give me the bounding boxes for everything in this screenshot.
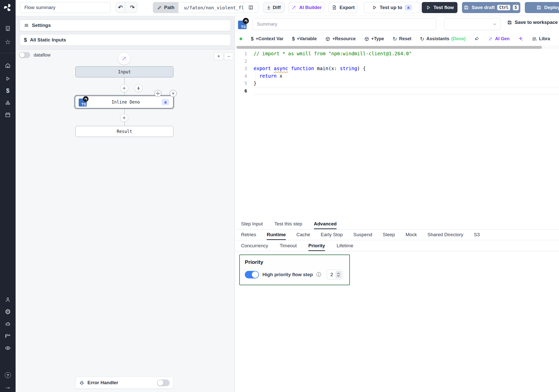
step-editor-panel: TS Save to workspace $+Context Var $+Var… — [235, 16, 559, 392]
tab-test-this-step[interactable]: Test this step — [274, 219, 302, 229]
flow-summary-input[interactable]: Flow summary — [20, 2, 111, 13]
redo-icon[interactable]: ↷ — [128, 2, 137, 13]
zoom-in-button[interactable]: + — [214, 53, 223, 60]
tab-early-stop[interactable]: Early Stop — [321, 229, 343, 240]
ai-flow-wand-button[interactable] — [118, 53, 130, 65]
tab-advanced[interactable]: Advanced — [314, 219, 337, 229]
dollar-icon: $ — [24, 37, 27, 43]
user-icon[interactable] — [0, 296, 16, 304]
add-context-var-button[interactable]: $+Context Var — [251, 36, 284, 42]
deploy-button[interactable]: Deploy — [525, 2, 559, 13]
home-icon[interactable] — [0, 61, 16, 70]
code-line[interactable]: 2 — [235, 58, 559, 65]
audit-eye-icon[interactable] — [0, 344, 16, 352]
move-step-handle[interactable] — [154, 90, 161, 97]
tab-cache[interactable]: Cache — [296, 229, 310, 240]
format-brush-button[interactable] — [474, 36, 479, 41]
assistants-button[interactable]: ↻Assistants(Deno) — [420, 36, 466, 41]
schedules-calendar-icon[interactable] — [0, 111, 16, 119]
tab-concurrency[interactable]: Concurrency — [241, 240, 268, 251]
folders-icon[interactable] — [0, 332, 16, 340]
info-icon[interactable]: ⓘ — [316, 271, 321, 278]
horizontal-scrollbar[interactable] — [237, 46, 542, 49]
play-icon — [372, 5, 377, 10]
test-flow-button[interactable]: Test flow — [422, 2, 457, 13]
delete-step-button[interactable]: × — [170, 90, 177, 97]
sparkles-icon-button[interactable] — [518, 36, 523, 41]
assistants-lang-label: (Deno) — [451, 36, 465, 41]
error-handler-toggle[interactable] — [157, 379, 170, 386]
priority-value: 2 — [327, 272, 336, 277]
runs-play-icon[interactable] — [0, 74, 16, 83]
save-draft-button[interactable]: Save draft Ctrl S — [462, 2, 520, 13]
settings-gear-icon[interactable]: ⚙ — [0, 308, 16, 316]
tab-suspend[interactable]: Suspend — [353, 229, 372, 240]
tab-step-input[interactable]: Step Input — [241, 219, 263, 229]
code-line[interactable]: 5} — [235, 80, 559, 87]
windmill-logo[interactable] — [3, 3, 13, 13]
high-priority-label: High priority flow step — [262, 272, 313, 277]
add-resource-button[interactable]: +Resource — [325, 36, 356, 41]
save-icon — [507, 20, 512, 25]
tab-s3[interactable]: S3 — [474, 229, 480, 240]
result-node[interactable]: Result — [75, 126, 173, 137]
number-stepper[interactable] — [336, 271, 342, 278]
flow-settings-button[interactable]: Settings — [20, 20, 231, 31]
workspace-icon[interactable] — [0, 24, 16, 33]
save-to-workspace-button[interactable]: Save to workspace — [507, 20, 558, 25]
top-toolbar: Flow summary ↶↷ Path u/faton/non_violent… — [16, 0, 559, 16]
code-line[interactable]: 4 return x — [235, 72, 559, 80]
export-button[interactable]: Export — [329, 2, 357, 13]
ai-builder-button[interactable]: AI Builder — [289, 2, 324, 13]
save-icon — [536, 5, 542, 10]
docs-book-icon-button[interactable] — [243, 2, 258, 13]
test-up-to-button[interactable]: Test up to a — [364, 2, 420, 13]
tab-runtime[interactable]: Runtime — [267, 229, 286, 240]
tab-shared-directory[interactable]: Shared Directory — [428, 229, 463, 240]
add-variable-button[interactable]: $+Variable — [292, 36, 317, 42]
tab-retries[interactable]: Retries — [241, 229, 256, 240]
input-node[interactable]: Input — [75, 66, 173, 77]
zoom-out-button[interactable]: − — [224, 53, 233, 60]
help-icon[interactable]: ? — [0, 371, 16, 379]
workspace-script-select[interactable] — [444, 18, 501, 30]
high-priority-toggle[interactable] — [245, 271, 259, 278]
step-id-badge: a — [162, 99, 169, 105]
tab-priority[interactable]: Priority — [308, 240, 325, 251]
tab-mock[interactable]: Mock — [405, 229, 417, 240]
left-icon-rail: ☆ $ ⚙ ? → — [0, 0, 16, 392]
dataflow-label: dataflow — [34, 53, 51, 58]
ai-gen-button[interactable]: AI Gen — [488, 36, 509, 41]
all-static-inputs-button[interactable]: $ All Static Inputs — [20, 34, 231, 46]
workers-robot-icon[interactable] — [0, 320, 16, 328]
tab-sleep[interactable]: Sleep — [383, 229, 395, 240]
add-type-button[interactable]: +Type — [364, 36, 384, 41]
code-line[interactable]: 6 — [235, 87, 559, 95]
code-editor[interactable]: 1// import * as wmill from "npm:windmill… — [235, 49, 559, 219]
path-button[interactable]: Path u/faton/non_violent_flo — [153, 2, 251, 13]
inline-deno-step-node[interactable]: TS Inline Deno a — [75, 95, 174, 109]
sliders-icon — [24, 23, 29, 28]
code-line[interactable]: 3export async function main(x: string) { — [235, 65, 559, 72]
priority-number-input[interactable]: 2 — [327, 270, 343, 280]
tab-lifetime[interactable]: Lifetime — [337, 240, 353, 251]
collapse-arrow-icon[interactable]: → — [0, 382, 16, 391]
sparkles-icon — [518, 36, 523, 41]
variables-dollar-icon[interactable]: $ — [0, 86, 16, 95]
add-step-button[interactable] — [120, 84, 128, 92]
favorites-star-icon[interactable]: ☆ — [0, 38, 16, 46]
add-step-button[interactable] — [120, 114, 128, 122]
reset-button[interactable]: ↻Reset — [393, 36, 411, 41]
error-handler-card[interactable]: Error Handler — [75, 377, 173, 389]
dataflow-toggle[interactable] — [19, 52, 30, 58]
library-button[interactable]: Libra — [532, 36, 550, 41]
step-header: TS Save to workspace — [235, 16, 559, 32]
resources-icon[interactable] — [0, 99, 16, 107]
add-trigger-button[interactable] — [134, 84, 143, 92]
step-summary-input[interactable] — [253, 18, 436, 30]
code-line[interactable]: 1// import * as wmill from "npm:windmill… — [235, 50, 559, 58]
tab-timeout[interactable]: Timeout — [280, 240, 297, 251]
diff-button[interactable]: ± Diff — [263, 2, 285, 13]
line-number: 6 — [235, 87, 247, 95]
undo-icon[interactable]: ↶ — [116, 2, 125, 13]
